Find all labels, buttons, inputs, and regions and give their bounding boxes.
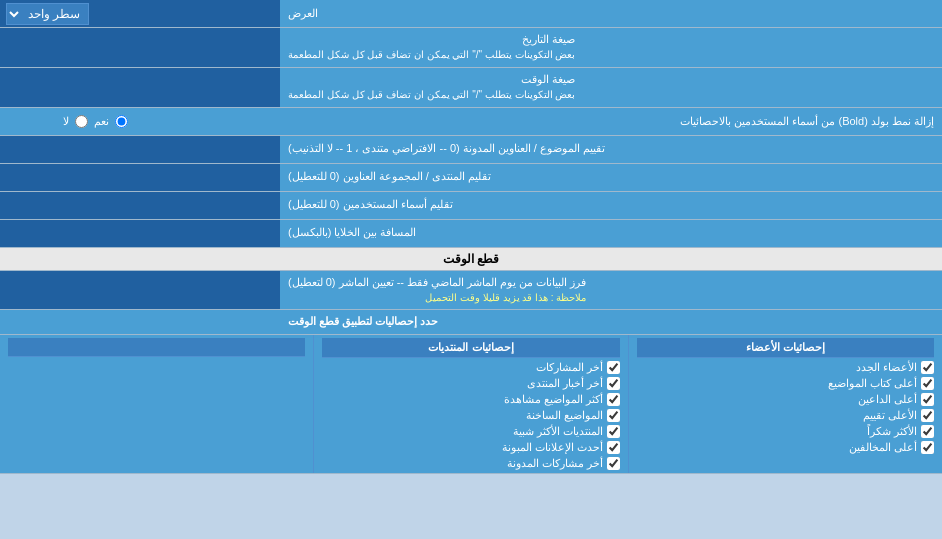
checkbox-forum-news-label: أخر أخبار المنتدى — [527, 377, 603, 390]
checkbox-col-right: إحصائيات الأعضاء الأعضاء الجدد أعلى كتاب… — [629, 335, 942, 473]
checkbox-top-violators[interactable]: أعلى المخالفين — [637, 441, 934, 454]
bold-yes-radio[interactable] — [115, 115, 128, 128]
checkbox-last-posts[interactable]: أخر المشاركات — [322, 361, 619, 374]
cell-spacing-label: المسافة بين الخلايا (بالبكسل) — [280, 220, 942, 247]
checkbox-most-similar-label: المنتديات الأكثر شبية — [513, 425, 603, 438]
date-format-input-wrapper[interactable]: d-m — [0, 28, 280, 67]
checkbox-top-writers[interactable]: أعلى كتاب المواضيع — [637, 377, 934, 390]
bold-remove-label: إزالة نمط بولد (Bold) من أسماء المستخدمي… — [128, 115, 934, 128]
checkbox-hot-topics[interactable]: المواضيع الساخنة — [322, 409, 619, 422]
display-mode-input[interactable]: سطر واحدسطرينثلاثة أسطر — [0, 0, 280, 27]
user-order-input[interactable]: 0 — [6, 198, 274, 212]
date-format-row: صيغة التاريخبعض التكوينات يتطلب "/" التي… — [0, 28, 942, 68]
display-mode-select[interactable]: سطر واحدسطرينثلاثة أسطر — [6, 3, 89, 25]
time-format-input-wrapper[interactable]: H:i — [0, 68, 280, 107]
col-right-header: إحصائيات الأعضاء — [637, 338, 934, 358]
cutoff-input[interactable]: 0 — [6, 283, 274, 297]
limit-label-right — [0, 310, 280, 333]
checkbox-blog-posts[interactable]: أخر مشاركات المدونة — [322, 457, 619, 470]
checkbox-most-similar[interactable]: المنتديات الأكثر شبية — [322, 425, 619, 438]
checkbox-forum-news-input[interactable] — [607, 377, 620, 390]
checkbox-blog-posts-label: أخر مشاركات المدونة — [507, 457, 603, 470]
checkbox-hot-topics-input[interactable] — [607, 409, 620, 422]
checkbox-top-rated[interactable]: الأعلى تقييم — [637, 409, 934, 422]
checkbox-hot-topics-label: المواضيع الساخنة — [526, 409, 603, 422]
bold-remove-radios[interactable]: نعم لا — [8, 115, 128, 128]
user-order-row: تقليم أسماء المستخدمين (0 للتعطيل) 0 — [0, 192, 942, 220]
checkbox-top-rated-input[interactable] — [921, 409, 934, 422]
checkbox-top-posters-label: أعلى الداعين — [858, 393, 917, 406]
checkbox-new-members[interactable]: الأعضاء الجدد — [637, 361, 934, 374]
checkbox-forum-news[interactable]: أخر أخبار المنتدى — [322, 377, 619, 390]
time-format-input[interactable]: H:i — [6, 80, 274, 94]
checkbox-most-thanks-input[interactable] — [921, 425, 934, 438]
checkbox-top-rated-label: الأعلى تقييم — [863, 409, 917, 422]
user-order-input-wrapper[interactable]: 0 — [0, 192, 280, 219]
checkbox-latest-announcements-input[interactable] — [607, 441, 620, 454]
checkbox-columns: إحصائيات الأعضاء الأعضاء الجدد أعلى كتاب… — [0, 335, 942, 474]
time-format-row: صيغة الوقتبعض التكوينات يتطلب "/" التي ي… — [0, 68, 942, 108]
time-format-label: صيغة الوقتبعض التكوينات يتطلب "/" التي ي… — [280, 68, 942, 107]
bold-yes-label[interactable]: نعم — [94, 115, 109, 128]
checkbox-most-viewed-label: أكثر المواضيع مشاهدة — [504, 393, 603, 406]
cutoff-label: فرز البيانات من يوم الماشر الماضي فقط --… — [280, 271, 942, 310]
user-order-label: تقليم أسماء المستخدمين (0 للتعطيل) — [280, 192, 942, 219]
checkbox-most-viewed-input[interactable] — [607, 393, 620, 406]
checkbox-last-posts-label: أخر المشاركات — [536, 361, 603, 374]
main-container: العرض سطر واحدسطرينثلاثة أسطر صيغة التار… — [0, 0, 942, 474]
forum-order-input[interactable]: 33 — [6, 170, 274, 184]
checkbox-latest-announcements-label: أحدث الإعلانات المبونة — [502, 441, 603, 454]
col-left-header — [8, 338, 305, 357]
checkbox-new-members-label: الأعضاء الجدد — [856, 361, 917, 374]
checkbox-most-viewed[interactable]: أكثر المواضيع مشاهدة — [322, 393, 619, 406]
bold-no-radio[interactable] — [75, 115, 88, 128]
checkbox-latest-announcements[interactable]: أحدث الإعلانات المبونة — [322, 441, 619, 454]
cell-spacing-row: المسافة بين الخلايا (بالبكسل) 2 — [0, 220, 942, 248]
forum-order-input-wrapper[interactable]: 33 — [0, 164, 280, 191]
checkbox-top-posters-input[interactable] — [921, 393, 934, 406]
limit-label: حدد إحصاليات لتطبيق قطع الوقت — [280, 310, 942, 333]
checkbox-most-thanks-label: الأكثر شكراً — [867, 425, 917, 438]
checkbox-top-violators-label: أعلى المخالفين — [849, 441, 917, 454]
checkbox-top-posters[interactable]: أعلى الداعين — [637, 393, 934, 406]
forum-order-row: تقليم المنتدى / المجموعة العناوين (0 للت… — [0, 164, 942, 192]
bold-remove-row: إزالة نمط بولد (Bold) من أسماء المستخدمي… — [0, 108, 942, 136]
cutoff-section-header: قطع الوقت — [0, 248, 942, 271]
checkbox-blog-posts-input[interactable] — [607, 457, 620, 470]
date-format-input[interactable]: d-m — [6, 40, 274, 54]
topic-order-label: تقييم الموضوع / العناوين المدونة (0 -- ا… — [280, 136, 942, 163]
checkbox-most-thanks[interactable]: الأكثر شكراً — [637, 425, 934, 438]
display-mode-label: العرض — [280, 0, 942, 27]
bold-no-label[interactable]: لا — [63, 115, 69, 128]
col-mid-header: إحصائيات المنتديات — [322, 338, 619, 358]
cell-spacing-input-wrapper[interactable]: 2 — [0, 220, 280, 247]
cutoff-row: فرز البيانات من يوم الماشر الماضي فقط --… — [0, 271, 942, 311]
checkbox-top-violators-input[interactable] — [921, 441, 934, 454]
checkbox-most-similar-input[interactable] — [607, 425, 620, 438]
topic-order-input[interactable]: 33 — [6, 142, 274, 156]
topic-order-row: تقييم الموضوع / العناوين المدونة (0 -- ا… — [0, 136, 942, 164]
cell-spacing-input[interactable]: 2 — [6, 226, 274, 240]
checkbox-top-writers-label: أعلى كتاب المواضيع — [828, 377, 917, 390]
checkbox-col-mid: إحصائيات المنتديات أخر المشاركات أخر أخب… — [313, 335, 628, 473]
date-format-label: صيغة التاريخبعض التكوينات يتطلب "/" التي… — [280, 28, 942, 67]
checkbox-last-posts-input[interactable] — [607, 361, 620, 374]
checkbox-col-left — [0, 335, 313, 473]
checkbox-top-writers-input[interactable] — [921, 377, 934, 390]
forum-order-label: تقليم المنتدى / المجموعة العناوين (0 للت… — [280, 164, 942, 191]
limit-label-row: حدد إحصاليات لتطبيق قطع الوقت — [0, 310, 942, 334]
topic-order-input-wrapper[interactable]: 33 — [0, 136, 280, 163]
checkbox-new-members-input[interactable] — [921, 361, 934, 374]
cutoff-input-wrapper[interactable]: 0 — [0, 271, 280, 310]
display-mode-row: العرض سطر واحدسطرينثلاثة أسطر — [0, 0, 942, 28]
